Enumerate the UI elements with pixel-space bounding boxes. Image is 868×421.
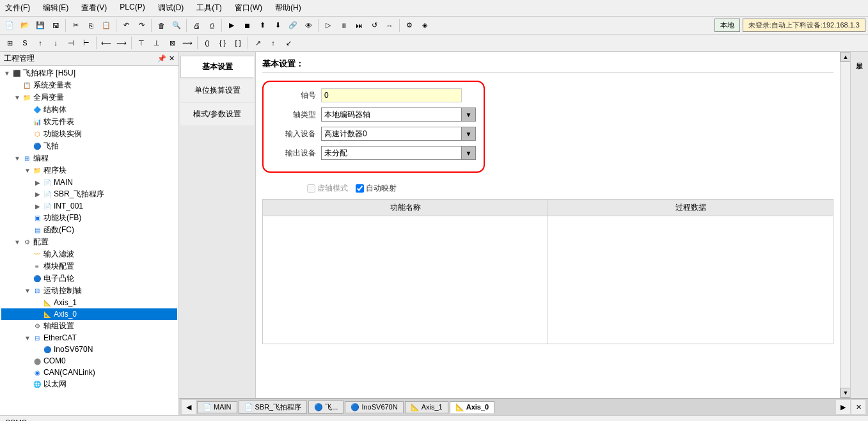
tb2-btn3[interactable]: ↑ [33,36,47,50]
menu-debug[interactable]: 调试(D) [155,1,187,15]
toolbar-save2[interactable]: 🖫 [49,19,63,33]
toolbar-open[interactable]: 📂 [18,19,32,33]
tree-item-funcblock[interactable]: ⬡ 功能块实例 [1,128,177,140]
toolbar-undo[interactable]: ↶ [119,19,133,33]
axis-type-select[interactable]: 本地编码器轴 [321,107,462,122]
tree-item-axis1[interactable]: 📐 Axis_1 [1,297,177,308]
menu-view[interactable]: 查看(V) [79,1,109,15]
toolbar-misc[interactable]: ◈ [418,19,432,33]
toolbar-search[interactable]: 🔍 [170,19,184,33]
tabs-scroll-right[interactable]: ▶ [836,400,850,414]
toolbar-run[interactable]: ▷ [321,19,335,33]
toolbar-connect[interactable]: 🔗 [286,19,300,33]
tree-item-struct[interactable]: 🔷 结构体 [1,104,177,116]
tb2-btn15[interactable]: [ ] [231,36,245,50]
tb2-btn18[interactable]: ↙ [281,36,296,50]
tree-item-inosv[interactable]: 🔵 InoSV670N [1,344,177,355]
expand-icon[interactable]: ▶ [33,203,42,210]
toolbar-upload[interactable]: ⬆ [255,19,269,33]
tb2-btn11[interactable]: ⊠ [165,36,179,50]
toolbar-monitor[interactable]: 👁 [301,19,315,33]
scroll-down-btn[interactable]: ▼ [840,388,851,398]
tree-item-softcomp[interactable]: 📊 软元件表 [1,116,177,128]
input-device-select[interactable]: 高速计数器0 [321,127,462,141]
toolbar-download[interactable]: ⬇ [271,19,285,33]
expand-icon[interactable]: ▼ [23,287,32,294]
tree-item-fc[interactable]: ▤ 函数(FC) [1,224,177,236]
menu-tools[interactable]: 工具(T) [194,1,224,15]
tree-item-inputfilter[interactable]: 〰 输入滤波 [1,248,177,260]
tab-mode[interactable]: 模式/参数设置 [180,103,254,125]
tree-item-globalvar[interactable]: ▼ 📁 全局变量 [1,91,177,104]
expand-icon[interactable]: ▼ [23,167,32,174]
expand-icon[interactable]: ▼ [13,239,22,246]
toolbar-print[interactable]: 🖨 [189,19,203,33]
tree-item-ethernet[interactable]: 🌐 以太网 [1,378,177,390]
tree-item-com0[interactable]: ⬤ COM0 [1,355,177,367]
tree-item-main[interactable]: ▶ 📄 MAIN [1,177,177,188]
toolbar-save[interactable]: 💾 [33,19,47,33]
toolbar-fw[interactable]: ↔ [383,19,397,33]
strip-display-label[interactable]: 显示 [853,54,865,60]
tree-item-axis0[interactable]: 📐 Axis_0 [1,308,177,320]
axis-input[interactable] [321,88,462,102]
tree-item-progblock[interactable]: ▼ 📁 程序块 [1,164,177,177]
tb2-btn7[interactable]: ⟵ [99,36,113,50]
auto-map-checkbox[interactable] [356,184,364,193]
bottom-tab-axis0[interactable]: 📐 Axis_0 [450,401,494,413]
tree-item-motionaxis[interactable]: ▼ ⊟ 运动控制轴 [1,285,177,297]
scroll-track[interactable] [840,62,850,388]
bottom-tab-axis1[interactable]: 📐 Axis_1 [405,401,448,413]
tab-basic[interactable]: 基本设置 [180,56,254,78]
tb2-btn14[interactable]: { } [216,36,230,50]
toolbar-pause[interactable]: ⏸ [336,19,351,33]
menu-file[interactable]: 文件(F) [3,1,33,15]
tree-item-fb[interactable]: ▣ 功能块(FB) [1,212,177,224]
tab-unit[interactable]: 单位换算设置 [180,79,254,102]
tb2-btn1[interactable]: ⊞ [3,36,17,50]
tree-item-can[interactable]: ◉ CAN(CANLink) [1,367,177,378]
menu-help[interactable]: 帮助(H) [272,1,304,15]
toolbar-copy[interactable]: ⎘ [84,19,98,33]
tb2-btn17[interactable]: ↑ [266,36,280,50]
tree-item-feipai[interactable]: 🔵 飞拍 [1,140,177,152]
toolbar-redo[interactable]: ↷ [134,19,148,33]
tb2-btn8[interactable]: ⟶ [114,36,129,50]
toolbar-paste[interactable]: 📋 [99,19,113,33]
panel-close-btn[interactable]: ✕ [169,54,175,63]
tb2-btn6[interactable]: ⊢ [79,36,93,50]
menu-edit[interactable]: 编辑(E) [40,1,71,15]
tree-item-moduleconfig[interactable]: ≡ 模块配置 [1,260,177,273]
tb2-btn16[interactable]: ↗ [251,36,265,50]
expand-icon[interactable]: ▼ [13,94,22,101]
tb2-btn13[interactable]: () [200,36,214,50]
toolbar-stop[interactable]: ⏹ [240,19,254,33]
toolbar-print2[interactable]: ⎙ [205,19,219,33]
bottom-tab-fly[interactable]: 🔵 飞... [308,401,343,414]
tree-item-sysvar[interactable]: 📋 系统变量表 [1,79,177,91]
expand-icon[interactable]: ▼ [23,335,32,342]
toolbar-step[interactable]: ⏭ [352,19,366,33]
virtual-mode-checkbox[interactable] [307,184,315,193]
expand-icon[interactable]: ▶ [33,191,42,198]
tb2-btn4[interactable]: ↓ [49,36,63,50]
tb2-btn9[interactable]: ⊤ [134,36,148,50]
menu-window[interactable]: 窗口(W) [232,1,265,15]
tree-item-root[interactable]: ▼ ⬛ 飞拍程序 [H5U] [1,67,177,79]
tabs-scroll-left[interactable]: ◀ [182,400,196,414]
bottom-tab-sbr[interactable]: 📄 SBR_飞拍程序 [239,401,308,414]
tb2-btn2[interactable]: S [18,36,32,50]
tree-item-int001[interactable]: ▶ 📄 INT_001 [1,200,177,212]
toolbar-cut[interactable]: ✂ [68,19,83,33]
output-device-select[interactable]: 未分配 [321,146,462,160]
expand-icon[interactable]: ▼ [13,155,22,162]
tb2-btn10[interactable]: ⊥ [150,36,164,50]
tree-item-axisgroup[interactable]: ⚙ 轴组设置 [1,320,177,332]
tree-item-program[interactable]: ▼ ⊞ 编程 [1,152,177,164]
tabs-close[interactable]: ✕ [851,400,865,414]
bottom-tab-main[interactable]: 📄 MAIN [197,401,237,413]
panel-pin[interactable]: 📌 [157,54,166,63]
axis-type-dropdown-arrow[interactable]: ▼ [462,107,476,122]
toolbar-new[interactable]: 📄 [3,19,17,33]
toolbar-settings[interactable]: ⚙ [402,19,416,33]
